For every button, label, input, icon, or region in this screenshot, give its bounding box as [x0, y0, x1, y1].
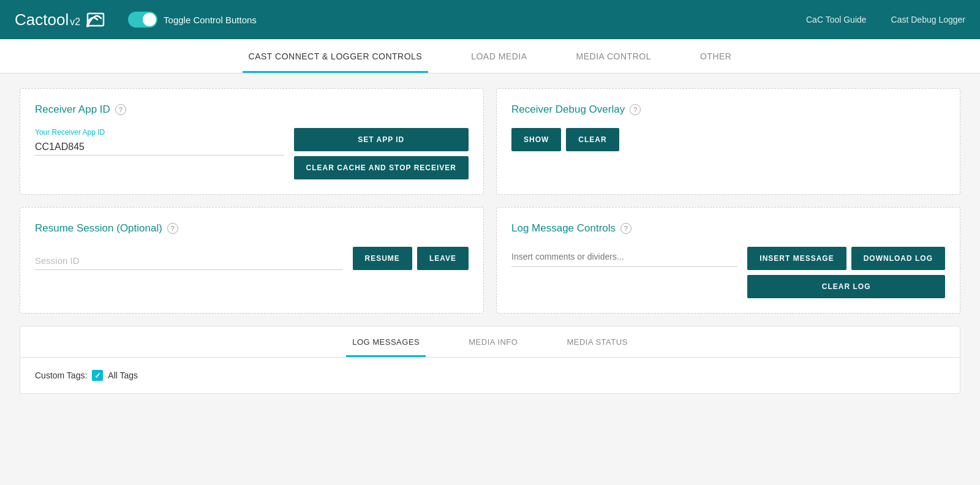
custom-tags-label: Custom Tags: [35, 370, 87, 380]
log-message-panel: Log Message Controls ? INSERT MESSAGE DO… [496, 207, 960, 314]
tab-media-control[interactable]: MEDIA CONTROL [570, 39, 657, 73]
log-message-help-icon[interactable]: ? [620, 223, 631, 234]
tab-log-messages[interactable]: LOG MESSAGES [346, 326, 426, 357]
logo-text: Cactoolv2 [15, 10, 80, 29]
top-panels-row: Receiver App ID ? Your Receiver App ID S… [20, 88, 960, 195]
cast-icon [86, 9, 108, 31]
session-id-placeholder-label: Session ID [35, 255, 343, 270]
main-content: Receiver App ID ? Your Receiver App ID S… [0, 73, 980, 408]
show-debug-overlay-button[interactable]: SHOW [511, 128, 561, 151]
receiver-app-help-icon[interactable]: ? [115, 104, 126, 115]
bottom-section: LOG MESSAGES MEDIA INFO MEDIA STATUS Cus… [20, 326, 960, 394]
resume-session-btn-row: RESUME LEAVE [353, 247, 469, 270]
receiver-debug-content: SHOW CLEAR [511, 128, 945, 151]
clear-cache-stop-receiver-button[interactable]: CLEAR CACHE AND STOP RECEIVER [294, 156, 469, 179]
resume-button[interactable]: RESUME [353, 247, 412, 270]
session-id-input-group: Session ID [35, 253, 343, 270]
tab-media-status[interactable]: MEDIA STATUS [560, 326, 633, 357]
bottom-panels-row: Resume Session (Optional) ? Session ID R… [20, 207, 960, 314]
log-message-content: INSERT MESSAGE DOWNLOAD LOG CLEAR LOG [511, 247, 945, 298]
toggle-label: Toggle Control Buttons [164, 15, 257, 25]
insert-message-button[interactable]: INSERT MESSAGE [747, 247, 846, 270]
receiver-app-title: Receiver App ID ? [35, 103, 469, 116]
clear-log-button[interactable]: CLEAR LOG [747, 275, 945, 298]
receiver-app-btn-group: SET APP ID CLEAR CACHE AND STOP RECEIVER [294, 128, 469, 179]
log-message-title: Log Message Controls ? [511, 222, 945, 235]
all-tags-checkbox[interactable] [92, 370, 103, 381]
app-header: Cactoolv2 Toggle Control Buttons CaC Too… [0, 0, 980, 39]
cast-debug-logger-link[interactable]: Cast Debug Logger [891, 15, 965, 24]
receiver-app-id-input[interactable] [35, 139, 284, 156]
log-btn-group: INSERT MESSAGE DOWNLOAD LOG CLEAR LOG [747, 247, 945, 298]
cac-tool-guide-link[interactable]: CaC Tool Guide [806, 15, 867, 24]
leave-button[interactable]: LEAVE [417, 247, 469, 270]
resume-session-help-icon[interactable]: ? [167, 223, 178, 234]
download-log-button[interactable]: DOWNLOAD LOG [851, 247, 945, 270]
main-tabs: CAST CONNECT & LOGGER CONTROLS LOAD MEDI… [0, 39, 980, 73]
receiver-app-input-group: Your Receiver App ID [35, 128, 284, 156]
all-tags-label: All Tags [108, 370, 138, 380]
tab-cast-connect[interactable]: CAST CONNECT & LOGGER CONTROLS [243, 39, 429, 73]
receiver-debug-btn-row: SHOW CLEAR [511, 128, 619, 151]
receiver-debug-panel: Receiver Debug Overlay ? SHOW CLEAR [496, 88, 960, 195]
resume-session-title: Resume Session (Optional) ? [35, 222, 469, 235]
toggle-control-buttons[interactable] [128, 12, 157, 28]
tab-other[interactable]: OTHER [694, 39, 738, 73]
bottom-tab-content: Custom Tags: All Tags [20, 358, 960, 393]
resume-session-content: Session ID RESUME LEAVE [35, 247, 469, 270]
receiver-app-panel: Receiver App ID ? Your Receiver App ID S… [20, 88, 484, 195]
receiver-debug-title: Receiver Debug Overlay ? [511, 103, 945, 116]
set-app-id-button[interactable]: SET APP ID [294, 128, 469, 151]
tab-media-info[interactable]: MEDIA INFO [462, 326, 524, 357]
custom-tags-row: Custom Tags: All Tags [35, 370, 945, 381]
log-comment-input[interactable] [511, 247, 737, 267]
receiver-app-content: Your Receiver App ID SET APP ID CLEAR CA… [35, 128, 469, 179]
receiver-app-input-label: Your Receiver App ID [35, 128, 284, 137]
header-nav: CaC Tool Guide Cast Debug Logger [806, 15, 965, 24]
log-btn-top-row: INSERT MESSAGE DOWNLOAD LOG [747, 247, 945, 270]
tab-load-media[interactable]: LOAD MEDIA [465, 39, 533, 73]
app-logo: Cactoolv2 [15, 9, 108, 31]
clear-debug-overlay-button[interactable]: CLEAR [566, 128, 619, 151]
resume-session-panel: Resume Session (Optional) ? Session ID R… [20, 207, 484, 314]
receiver-debug-help-icon[interactable]: ? [630, 104, 641, 115]
toggle-area[interactable]: Toggle Control Buttons [128, 12, 257, 28]
bottom-tabs: LOG MESSAGES MEDIA INFO MEDIA STATUS [20, 326, 960, 358]
